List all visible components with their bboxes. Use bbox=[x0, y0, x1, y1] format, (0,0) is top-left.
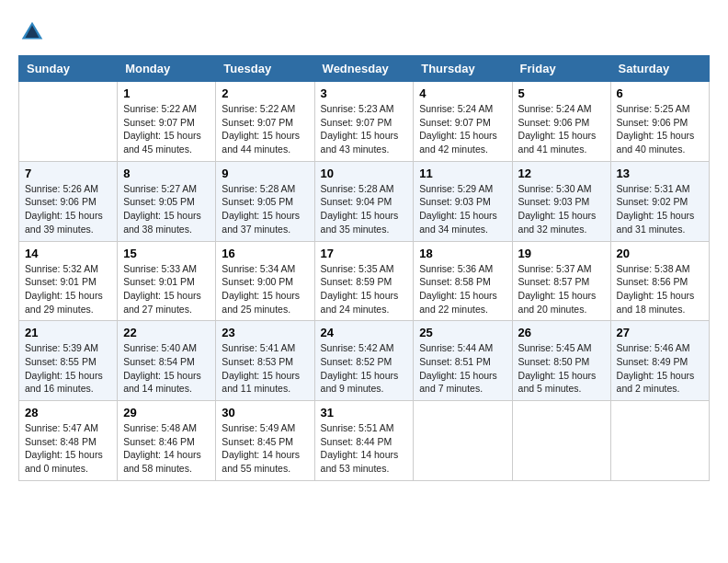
cell-info: Sunrise: 5:49 AMSunset: 8:45 PMDaylight:… bbox=[222, 421, 308, 476]
day-number: 15 bbox=[123, 247, 210, 260]
calendar-cell bbox=[610, 401, 709, 481]
cell-info: Sunrise: 5:40 AMSunset: 8:54 PMDaylight:… bbox=[123, 341, 210, 396]
cell-info: Sunrise: 5:38 AMSunset: 8:56 PMDaylight:… bbox=[617, 262, 703, 316]
calendar-cell: 15Sunrise: 5:33 AMSunset: 9:01 PMDayligh… bbox=[118, 241, 216, 321]
col-header-saturday: Saturday bbox=[610, 56, 709, 82]
day-number: 25 bbox=[419, 326, 506, 339]
cell-info: Sunrise: 5:32 AMSunset: 9:01 PMDaylight:… bbox=[25, 262, 111, 316]
calendar-cell: 30Sunrise: 5:49 AMSunset: 8:45 PMDayligh… bbox=[216, 401, 314, 481]
day-number: 23 bbox=[222, 326, 308, 339]
cell-info: Sunrise: 5:31 AMSunset: 9:02 PMDaylight:… bbox=[617, 182, 703, 236]
calendar-cell: 8Sunrise: 5:27 AMSunset: 9:05 PMDaylight… bbox=[118, 161, 216, 241]
day-number: 12 bbox=[518, 167, 605, 180]
day-number: 9 bbox=[222, 167, 308, 180]
day-number: 22 bbox=[123, 326, 210, 339]
calendar-cell: 22Sunrise: 5:40 AMSunset: 8:54 PMDayligh… bbox=[118, 321, 216, 401]
calendar-cell: 10Sunrise: 5:28 AMSunset: 9:04 PMDayligh… bbox=[314, 161, 414, 241]
cell-info: Sunrise: 5:22 AMSunset: 9:07 PMDaylight:… bbox=[123, 102, 210, 156]
calendar-cell bbox=[19, 82, 118, 162]
cell-info: Sunrise: 5:47 AMSunset: 8:48 PMDaylight:… bbox=[25, 421, 111, 476]
calendar-week-2: 7Sunrise: 5:26 AMSunset: 9:06 PMDaylight… bbox=[19, 161, 710, 241]
cell-info: Sunrise: 5:27 AMSunset: 9:05 PMDaylight:… bbox=[123, 182, 210, 236]
cell-info: Sunrise: 5:23 AMSunset: 9:07 PMDaylight:… bbox=[321, 102, 408, 156]
logo-icon bbox=[18, 18, 46, 46]
day-number: 24 bbox=[321, 326, 408, 339]
cell-info: Sunrise: 5:48 AMSunset: 8:46 PMDaylight:… bbox=[123, 421, 210, 476]
calendar-cell bbox=[512, 401, 610, 481]
page-header bbox=[18, 18, 710, 46]
calendar-cell: 26Sunrise: 5:45 AMSunset: 8:50 PMDayligh… bbox=[512, 321, 610, 401]
day-number: 31 bbox=[321, 406, 408, 419]
cell-info: Sunrise: 5:45 AMSunset: 8:50 PMDaylight:… bbox=[518, 341, 605, 396]
calendar-cell: 6Sunrise: 5:25 AMSunset: 9:06 PMDaylight… bbox=[610, 82, 709, 162]
day-number: 11 bbox=[419, 167, 506, 180]
calendar-cell: 16Sunrise: 5:34 AMSunset: 9:00 PMDayligh… bbox=[216, 241, 314, 321]
calendar-cell: 14Sunrise: 5:32 AMSunset: 9:01 PMDayligh… bbox=[19, 241, 118, 321]
calendar-cell: 19Sunrise: 5:37 AMSunset: 8:57 PMDayligh… bbox=[512, 241, 610, 321]
calendar-cell: 7Sunrise: 5:26 AMSunset: 9:06 PMDaylight… bbox=[19, 161, 118, 241]
cell-info: Sunrise: 5:35 AMSunset: 8:59 PMDaylight:… bbox=[321, 262, 408, 316]
cell-info: Sunrise: 5:22 AMSunset: 9:07 PMDaylight:… bbox=[222, 102, 308, 156]
col-header-monday: Monday bbox=[118, 56, 216, 82]
day-number: 28 bbox=[25, 406, 111, 419]
cell-info: Sunrise: 5:25 AMSunset: 9:06 PMDaylight:… bbox=[617, 102, 703, 156]
cell-info: Sunrise: 5:28 AMSunset: 9:05 PMDaylight:… bbox=[222, 182, 308, 236]
calendar-cell: 13Sunrise: 5:31 AMSunset: 9:02 PMDayligh… bbox=[610, 161, 709, 241]
day-number: 3 bbox=[321, 86, 408, 100]
day-number: 29 bbox=[123, 406, 210, 419]
day-number: 20 bbox=[617, 247, 703, 260]
day-number: 8 bbox=[123, 167, 210, 180]
cell-info: Sunrise: 5:24 AMSunset: 9:06 PMDaylight:… bbox=[518, 102, 605, 156]
day-number: 18 bbox=[419, 247, 506, 260]
col-header-tuesday: Tuesday bbox=[216, 56, 314, 82]
cell-info: Sunrise: 5:33 AMSunset: 9:01 PMDaylight:… bbox=[123, 262, 210, 316]
calendar-cell: 4Sunrise: 5:24 AMSunset: 9:07 PMDaylight… bbox=[414, 82, 512, 162]
day-number: 6 bbox=[617, 86, 703, 100]
calendar-cell: 28Sunrise: 5:47 AMSunset: 8:48 PMDayligh… bbox=[19, 401, 118, 481]
calendar-cell: 17Sunrise: 5:35 AMSunset: 8:59 PMDayligh… bbox=[314, 241, 414, 321]
day-number: 21 bbox=[25, 326, 111, 339]
day-number: 7 bbox=[25, 167, 111, 180]
calendar-cell: 29Sunrise: 5:48 AMSunset: 8:46 PMDayligh… bbox=[118, 401, 216, 481]
calendar-cell: 31Sunrise: 5:51 AMSunset: 8:44 PMDayligh… bbox=[314, 401, 414, 481]
calendar-table: SundayMondayTuesdayWednesdayThursdayFrid… bbox=[18, 55, 710, 481]
calendar-cell: 25Sunrise: 5:44 AMSunset: 8:51 PMDayligh… bbox=[414, 321, 512, 401]
calendar-cell: 23Sunrise: 5:41 AMSunset: 8:53 PMDayligh… bbox=[216, 321, 314, 401]
cell-info: Sunrise: 5:24 AMSunset: 9:07 PMDaylight:… bbox=[419, 102, 506, 156]
day-number: 13 bbox=[617, 167, 703, 180]
day-number: 1 bbox=[123, 86, 210, 100]
col-header-thursday: Thursday bbox=[414, 56, 512, 82]
calendar-week-4: 21Sunrise: 5:39 AMSunset: 8:55 PMDayligh… bbox=[19, 321, 710, 401]
calendar-cell: 11Sunrise: 5:29 AMSunset: 9:03 PMDayligh… bbox=[414, 161, 512, 241]
day-number: 10 bbox=[321, 167, 408, 180]
calendar-week-3: 14Sunrise: 5:32 AMSunset: 9:01 PMDayligh… bbox=[19, 241, 710, 321]
cell-info: Sunrise: 5:41 AMSunset: 8:53 PMDaylight:… bbox=[222, 341, 308, 396]
col-header-friday: Friday bbox=[512, 56, 610, 82]
cell-info: Sunrise: 5:44 AMSunset: 8:51 PMDaylight:… bbox=[419, 341, 506, 396]
day-number: 27 bbox=[617, 326, 703, 339]
calendar-cell: 3Sunrise: 5:23 AMSunset: 9:07 PMDaylight… bbox=[314, 82, 414, 162]
calendar-cell: 12Sunrise: 5:30 AMSunset: 9:03 PMDayligh… bbox=[512, 161, 610, 241]
day-number: 19 bbox=[518, 247, 605, 260]
calendar-cell: 2Sunrise: 5:22 AMSunset: 9:07 PMDaylight… bbox=[216, 82, 314, 162]
cell-info: Sunrise: 5:26 AMSunset: 9:06 PMDaylight:… bbox=[25, 182, 111, 236]
calendar-week-1: 1Sunrise: 5:22 AMSunset: 9:07 PMDaylight… bbox=[19, 82, 710, 162]
calendar-cell: 9Sunrise: 5:28 AMSunset: 9:05 PMDaylight… bbox=[216, 161, 314, 241]
day-number: 17 bbox=[321, 247, 408, 260]
cell-info: Sunrise: 5:30 AMSunset: 9:03 PMDaylight:… bbox=[518, 182, 605, 236]
cell-info: Sunrise: 5:28 AMSunset: 9:04 PMDaylight:… bbox=[321, 182, 408, 236]
col-header-sunday: Sunday bbox=[19, 56, 118, 82]
day-number: 2 bbox=[222, 86, 308, 100]
day-number: 16 bbox=[222, 247, 308, 260]
day-number: 14 bbox=[25, 247, 111, 260]
col-header-wednesday: Wednesday bbox=[314, 56, 414, 82]
cell-info: Sunrise: 5:51 AMSunset: 8:44 PMDaylight:… bbox=[321, 421, 408, 476]
cell-info: Sunrise: 5:37 AMSunset: 8:57 PMDaylight:… bbox=[518, 262, 605, 316]
calendar-cell: 21Sunrise: 5:39 AMSunset: 8:55 PMDayligh… bbox=[19, 321, 118, 401]
calendar-week-5: 28Sunrise: 5:47 AMSunset: 8:48 PMDayligh… bbox=[19, 401, 710, 481]
cell-info: Sunrise: 5:39 AMSunset: 8:55 PMDaylight:… bbox=[25, 341, 111, 396]
calendar-cell: 27Sunrise: 5:46 AMSunset: 8:49 PMDayligh… bbox=[610, 321, 709, 401]
day-number: 4 bbox=[419, 86, 506, 100]
day-number: 30 bbox=[222, 406, 308, 419]
logo bbox=[18, 18, 50, 46]
